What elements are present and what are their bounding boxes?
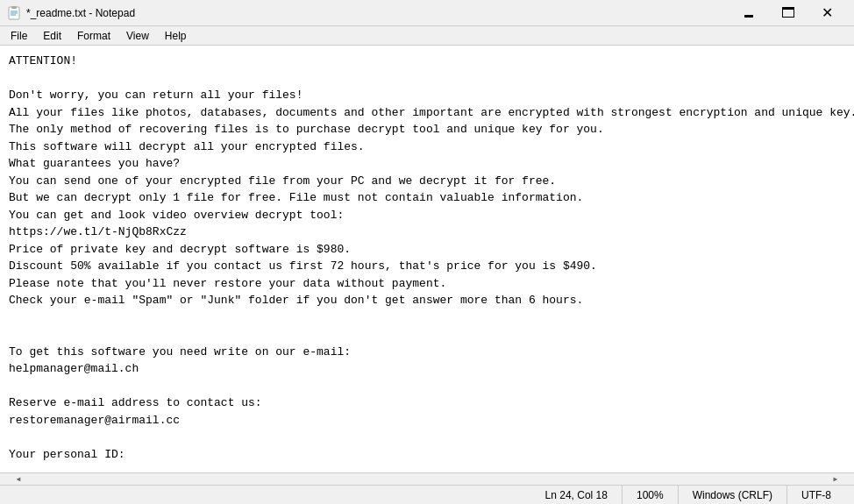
editor-wrapper: ATTENTION! Don't worry, you can return a…: [0, 46, 854, 472]
cursor-position: Ln 24, Col 18: [531, 486, 622, 504]
minimize-button[interactable]: 🗕: [729, 0, 768, 26]
menu-format[interactable]: Format: [70, 28, 117, 44]
scroll-track[interactable]: [25, 477, 829, 482]
editor-content[interactable]: ATTENTION! Don't worry, you can return a…: [0, 46, 854, 472]
menu-help[interactable]: Help: [158, 28, 194, 44]
menu-bar: File Edit Format View Help: [0, 26, 854, 46]
encoding[interactable]: UTF-8: [786, 486, 845, 504]
title-bar-left: *_readme.txt - Notepad: [7, 6, 135, 20]
close-button[interactable]: ✕: [808, 0, 847, 26]
window-title: *_readme.txt - Notepad: [26, 7, 135, 19]
scroll-right-arrow[interactable]: ▶: [829, 473, 842, 486]
status-bar: Ln 24, Col 18 100% Windows (CRLF) UTF-8: [0, 485, 854, 504]
svg-rect-1: [11, 6, 17, 9]
scroll-left-arrow[interactable]: ◀: [12, 473, 25, 486]
maximize-button[interactable]: 🗖: [768, 0, 808, 26]
horizontal-scrollbar[interactable]: ◀ ▶: [0, 472, 854, 485]
menu-view[interactable]: View: [119, 28, 156, 44]
line-ending[interactable]: Windows (CRLF): [678, 486, 786, 504]
menu-edit[interactable]: Edit: [36, 28, 68, 44]
notepad-icon: [7, 6, 21, 20]
menu-file[interactable]: File: [4, 28, 34, 44]
window-controls: 🗕 🗖 ✕: [729, 0, 847, 26]
zoom-level[interactable]: 100%: [622, 486, 678, 504]
title-bar: *_readme.txt - Notepad 🗕 🗖 ✕: [0, 0, 854, 26]
